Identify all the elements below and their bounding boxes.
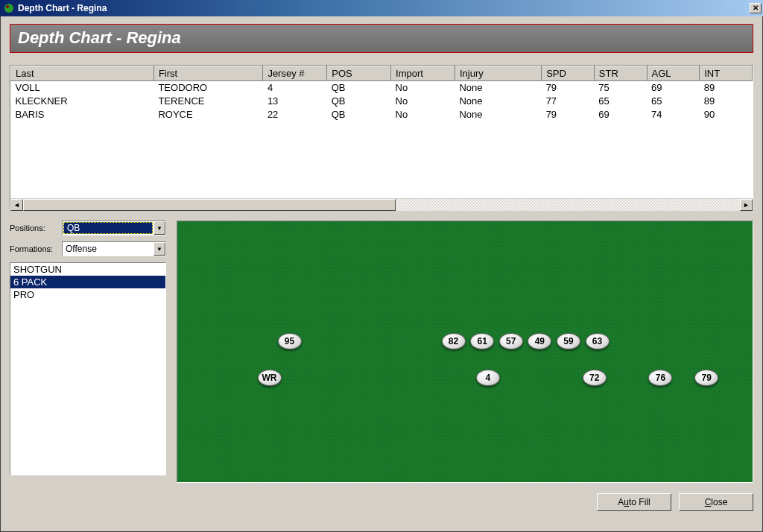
formations-value: Offense [63, 242, 153, 256]
btn-text: lose [711, 497, 727, 507]
column-header[interactable]: First [153, 66, 262, 81]
cell: QB [327, 108, 391, 121]
cell: 4 [263, 81, 327, 95]
cell: 79 [542, 108, 595, 121]
chevron-down-icon[interactable]: ▼ [153, 221, 165, 235]
player-chip[interactable]: 61 [470, 333, 494, 349]
player-chip[interactable]: 79 [694, 370, 718, 386]
player-chip[interactable]: WR [258, 370, 282, 386]
cell: None [455, 81, 541, 95]
scroll-track[interactable] [23, 199, 740, 211]
cell: ROYCE [153, 108, 262, 121]
list-item[interactable]: 6 PACK [10, 276, 165, 288]
svg-point-1 [6, 5, 9, 8]
cell: 65 [647, 95, 700, 108]
player-chip[interactable]: 72 [583, 370, 607, 386]
cell: BARIS [11, 108, 154, 121]
positions-dropdown[interactable]: QB ▼ [62, 221, 166, 235]
cell: 89 [700, 95, 753, 108]
btn-text: A [618, 497, 624, 507]
table-row[interactable]: BARISROYCE22QBNoNone79697490 [11, 108, 753, 121]
column-header[interactable]: SPD [542, 66, 595, 81]
page-title: Depth Chart - Regina [10, 24, 753, 53]
cell: 13 [263, 95, 327, 108]
table-row[interactable]: VOLLTEODORO4QBNoNone79756989 [11, 81, 753, 95]
close-button[interactable]: Close [679, 493, 753, 511]
column-header[interactable]: Import [391, 66, 455, 81]
cell: TERENCE [153, 95, 262, 108]
column-header[interactable]: Last [11, 66, 154, 81]
formations-label: Formations: [10, 244, 56, 253]
column-header[interactable]: STR [594, 66, 647, 81]
cell: 74 [647, 108, 700, 121]
cell: VOLL [11, 81, 154, 95]
column-header[interactable]: Injury [455, 66, 541, 81]
cell: 79 [542, 81, 595, 95]
cell: 89 [700, 81, 753, 95]
cell: No [391, 95, 455, 108]
player-chip[interactable]: 76 [648, 370, 672, 386]
player-chip[interactable]: 57 [499, 333, 523, 349]
auto-fill-button[interactable]: Auto Fill [597, 493, 671, 511]
cell: None [455, 108, 541, 121]
close-icon[interactable]: ✕ [750, 3, 762, 13]
cell: 69 [647, 81, 700, 95]
cell: 22 [263, 108, 327, 121]
list-item[interactable]: PRO [10, 288, 165, 301]
btn-text: u [624, 497, 629, 507]
column-header[interactable]: INT [700, 66, 753, 81]
positions-label: Positions: [10, 224, 56, 232]
cell: 77 [542, 95, 595, 108]
cell: QB [327, 81, 391, 95]
player-chip[interactable]: 49 [528, 333, 551, 349]
cell: None [455, 95, 541, 108]
list-item[interactable]: SHOTGUN [10, 263, 165, 276]
column-header[interactable]: Jersey # [263, 66, 327, 81]
chevron-down-icon[interactable]: ▼ [153, 242, 165, 256]
scroll-thumb[interactable] [23, 199, 396, 211]
cell: QB [327, 95, 391, 108]
column-header[interactable]: POS [327, 66, 391, 81]
column-header[interactable]: AGL [647, 66, 700, 81]
positions-value: QB [63, 222, 153, 234]
window-body: Depth Chart - Regina LastFirstJersey #PO… [0, 16, 763, 532]
cell: TEODORO [153, 81, 262, 95]
cell: 69 [594, 108, 647, 121]
cell: No [391, 81, 455, 95]
player-chip[interactable]: 95 [278, 333, 302, 349]
player-chip[interactable]: 4 [476, 370, 500, 386]
scroll-right-button[interactable]: ► [740, 199, 753, 211]
cell: KLECKNER [11, 95, 154, 108]
formations-dropdown[interactable]: Offense ▼ [62, 241, 166, 256]
player-chip[interactable]: 82 [442, 333, 466, 349]
formation-field: 95826157495963WR4727679 [177, 221, 753, 482]
cell: 65 [594, 95, 647, 108]
cell: 75 [594, 81, 647, 95]
titlebar: Depth Chart - Regina ✕ [0, 0, 763, 16]
formation-list[interactable]: SHOTGUN6 PACKPRO [10, 262, 166, 475]
titlebar-text: Depth Chart - Regina [18, 3, 750, 13]
app-icon [3, 2, 15, 14]
btn-text: C [705, 497, 712, 507]
player-table: LastFirstJersey #POSImportInjurySPDSTRAG… [10, 65, 753, 210]
player-chip[interactable]: 63 [586, 333, 610, 349]
svg-point-0 [4, 4, 13, 13]
cell: 90 [700, 108, 753, 121]
cell: No [391, 108, 455, 121]
scroll-left-button[interactable]: ◄ [10, 199, 23, 211]
btn-text: to Fill [629, 497, 650, 507]
field-panel: 95826157495963WR4727679 [177, 221, 753, 483]
horizontal-scrollbar[interactable]: ◄ ► [10, 198, 753, 211]
table-row[interactable]: KLECKNERTERENCE13QBNoNone77656589 [11, 95, 753, 108]
player-chip[interactable]: 59 [557, 333, 580, 349]
